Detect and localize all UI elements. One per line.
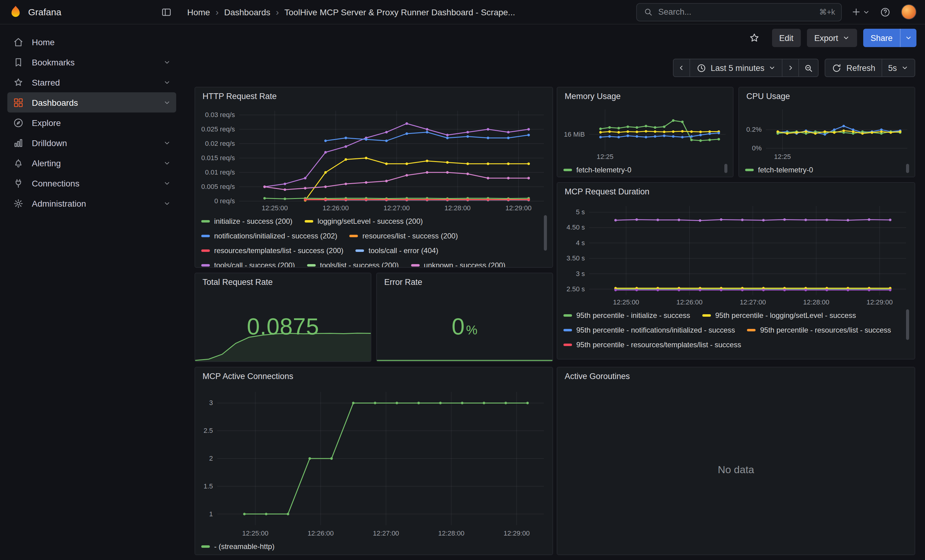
time-back-button[interactable] bbox=[673, 59, 690, 77]
legend-item[interactable]: 95th percentile - notifications/initiali… bbox=[563, 323, 735, 336]
panel-title[interactable]: HTTP Request Rate bbox=[195, 87, 553, 106]
chevron-down-icon[interactable] bbox=[163, 159, 171, 167]
chevron-down-icon[interactable] bbox=[163, 179, 171, 187]
http-request-rate-chart[interactable]: 12:25:0012:26:0012:27:0012:28:0012:29:00… bbox=[195, 106, 553, 213]
panel-title[interactable]: Memory Usage bbox=[557, 87, 733, 105]
svg-text:12:25:00: 12:25:00 bbox=[242, 530, 268, 537]
share-menu-button[interactable] bbox=[900, 29, 916, 47]
dashboard-canvas: Last 5 minutes bbox=[184, 51, 925, 560]
svg-text:12:25: 12:25 bbox=[774, 153, 791, 161]
search-input[interactable] bbox=[658, 8, 814, 17]
sidebar-item-drilldown[interactable]: Drilldown bbox=[8, 133, 176, 153]
chevron-down-icon bbox=[901, 64, 908, 72]
legend-item[interactable]: - (streamable-http) bbox=[201, 540, 274, 552]
cpu-usage-chart[interactable]: 12:250.2%0% bbox=[739, 105, 914, 162]
grafana-logo-icon[interactable] bbox=[9, 5, 23, 19]
stat-value: 0 % bbox=[377, 291, 553, 361]
sidebar-item-starred[interactable]: Starred bbox=[8, 72, 176, 92]
sidebar-item-bookmarks[interactable]: Bookmarks bbox=[8, 52, 176, 72]
breadcrumb-separator: › bbox=[215, 7, 219, 17]
sidebar-item-label: Drilldown bbox=[32, 138, 67, 148]
legend-item[interactable]: fetch-telemetry-0 bbox=[563, 163, 631, 176]
panel-title[interactable]: MCP Request Duration bbox=[557, 183, 914, 201]
help-button[interactable] bbox=[877, 3, 894, 21]
favorite-star-button[interactable] bbox=[749, 32, 759, 44]
legend-scrollbar[interactable] bbox=[724, 164, 728, 173]
sidebar-item-alerting[interactable]: Alerting bbox=[8, 153, 176, 173]
legend-item[interactable]: 95th percentile - logging/setLevel - suc… bbox=[702, 309, 856, 321]
sidebar-item-home[interactable]: Home bbox=[8, 32, 176, 52]
sidebar-item-label: Connections bbox=[32, 178, 80, 188]
sidebar-item-connections[interactable]: Connections bbox=[8, 173, 176, 193]
panel-title[interactable]: Total Request Rate bbox=[195, 273, 371, 291]
sidebar-item-dashboards[interactable]: Dashboards bbox=[8, 92, 176, 113]
legend-scrollbar[interactable] bbox=[544, 215, 547, 251]
svg-text:2.5: 2.5 bbox=[203, 427, 213, 434]
legend-item[interactable]: resources/list - success (200) bbox=[350, 229, 458, 242]
user-avatar[interactable] bbox=[901, 4, 916, 20]
panel-memory-usage: Memory Usage 12:2516 MiB fetch-telemetry… bbox=[557, 87, 734, 177]
edit-button[interactable]: Edit bbox=[772, 29, 801, 47]
chevron-down-icon[interactable] bbox=[163, 139, 171, 146]
time-forward-button[interactable] bbox=[782, 59, 799, 77]
svg-text:12:29:00: 12:29:00 bbox=[505, 204, 532, 212]
refresh-interval-picker[interactable]: 5s bbox=[881, 59, 915, 77]
star-icon bbox=[749, 32, 759, 44]
time-range-label: Last 5 minutes bbox=[711, 63, 764, 72]
panel-title[interactable]: Active Goroutines bbox=[557, 368, 914, 386]
svg-text:0%: 0% bbox=[752, 144, 762, 152]
zoom-out-button[interactable] bbox=[798, 59, 819, 77]
sidebar-item-explore[interactable]: Explore bbox=[8, 113, 176, 133]
chevron-down-icon[interactable] bbox=[163, 200, 171, 207]
stat-value: 0.0875 bbox=[195, 291, 371, 361]
sidebar-item-administration[interactable]: Administration bbox=[8, 193, 176, 213]
panel-title[interactable]: CPU Usage bbox=[739, 87, 914, 105]
sidebar-toggle-button[interactable] bbox=[158, 3, 175, 21]
svg-text:12:25:00: 12:25:00 bbox=[262, 204, 288, 212]
legend-scrollbar[interactable] bbox=[906, 309, 909, 340]
search-box[interactable]: ⌘+k bbox=[636, 3, 842, 21]
svg-text:2: 2 bbox=[209, 455, 213, 462]
series-color-marker bbox=[201, 264, 210, 266]
edit-button-label: Edit bbox=[779, 33, 794, 42]
legend-item[interactable]: 95th percentile - initialize - success bbox=[563, 309, 690, 321]
legend-item[interactable]: 95th percentile - resources/list - succe… bbox=[747, 323, 891, 336]
chevron-down-icon[interactable] bbox=[163, 99, 171, 106]
svg-text:12:29:00: 12:29:00 bbox=[503, 530, 530, 537]
legend-item[interactable]: tools/call - error (404) bbox=[356, 244, 438, 257]
legend: fetch-telemetry-0 bbox=[744, 162, 911, 177]
legend-item[interactable]: fetch-telemetry-0 bbox=[745, 163, 813, 176]
breadcrumb-home[interactable]: Home bbox=[187, 7, 210, 17]
panel-error-rate: Error Rate 0 % bbox=[376, 273, 553, 362]
share-button[interactable]: Share bbox=[863, 29, 900, 47]
legend-item[interactable]: logging/setLevel - success (200) bbox=[305, 215, 423, 227]
chevron-down-icon[interactable] bbox=[163, 78, 171, 86]
legend-item[interactable]: unknown - success (200) bbox=[411, 258, 506, 267]
new-menu-button[interactable] bbox=[848, 3, 873, 21]
legend-item[interactable]: notifications/initialized - success (202… bbox=[201, 229, 337, 242]
panel-title[interactable]: MCP Active Connections bbox=[195, 368, 553, 386]
legend-scrollbar[interactable] bbox=[906, 164, 909, 173]
svg-text:0.005 req/s: 0.005 req/s bbox=[201, 183, 235, 191]
main-area: Edit Export Share bbox=[184, 24, 925, 560]
time-range-picker[interactable]: Last 5 minutes bbox=[689, 59, 783, 77]
zoom-out-icon bbox=[804, 63, 814, 73]
mcp-active-connections-chart[interactable]: 12:25:0012:26:0012:27:0012:28:0012:29:00… bbox=[195, 386, 553, 539]
export-button[interactable]: Export bbox=[807, 29, 857, 47]
legend-item[interactable]: tools/list - success (200) bbox=[307, 258, 399, 267]
legend-item[interactable]: initialize - success (200) bbox=[201, 215, 292, 227]
memory-usage-chart[interactable]: 12:2516 MiB bbox=[557, 105, 733, 162]
panel-title[interactable]: Error Rate bbox=[377, 273, 553, 291]
breadcrumb-dashboards[interactable]: Dashboards bbox=[224, 7, 270, 17]
sidebar-item-label: Dashboards bbox=[32, 98, 78, 107]
series-color-marker bbox=[201, 234, 210, 237]
drilldown-icon bbox=[13, 137, 24, 148]
top-nav: Grafana Home › Dashboards › ToolHive MCP… bbox=[0, 0, 925, 24]
refresh-button[interactable]: Refresh bbox=[825, 59, 882, 77]
legend-item[interactable]: tools/call - success (200) bbox=[201, 258, 295, 267]
legend-label: - (streamable-http) bbox=[214, 542, 274, 551]
chevron-down-icon[interactable] bbox=[163, 59, 171, 66]
legend-item[interactable]: 95th percentile - resources/templates/li… bbox=[563, 338, 741, 351]
legend-item[interactable]: resources/templates/list - success (200) bbox=[201, 244, 343, 257]
mcp-request-duration-chart[interactable]: 12:25:0012:26:0012:27:0012:28:0012:29:00… bbox=[557, 201, 914, 308]
